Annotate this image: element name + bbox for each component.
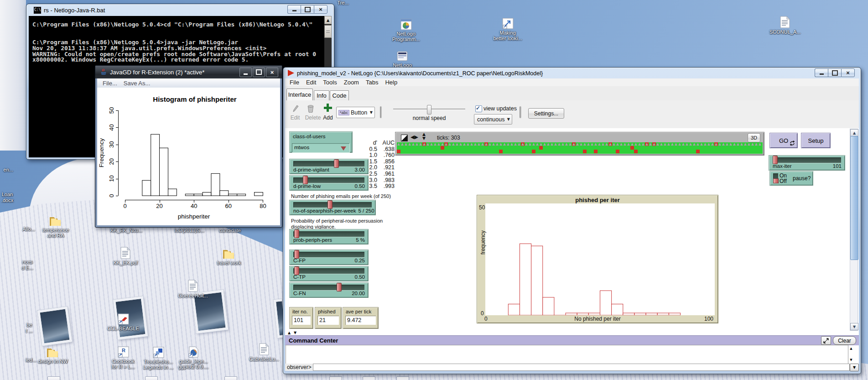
desktop-icon-sconul-a-[interactable]: SCONUL_A... (768, 15, 802, 35)
console-scrollbar-up-icon[interactable]: ▲ (324, 16, 332, 24)
slider-handle[interactable] (334, 160, 338, 167)
menu-zoom[interactable]: Zoom (342, 78, 361, 86)
slider-handle[interactable] (773, 156, 777, 164)
edit-pencil-icon[interactable] (291, 104, 299, 113)
slider-handle[interactable] (295, 250, 299, 258)
javagd-menu-file[interactable]: File... (103, 80, 117, 87)
menu-edit[interactable]: Edit (304, 78, 318, 86)
menu-help[interactable]: Help (383, 78, 399, 86)
view-3d-button[interactable]: 3D (748, 133, 760, 142)
slider-handle[interactable] (295, 230, 299, 238)
netlogo-window[interactable]: phishing_model_v2 - NetLogo {C:\Users\ka… (283, 67, 861, 374)
command-output-scrollbar[interactable]: ▲ ▼ (848, 345, 855, 363)
slider-handle[interactable] (337, 283, 341, 291)
console-close-button[interactable]: × (314, 5, 327, 14)
slider-c-fp[interactable]: C-FP0.25 (290, 250, 368, 265)
slider-track[interactable] (293, 202, 372, 208)
desktop-icon-netlogo[interactable]: NetLogoProgramm... (389, 16, 423, 42)
slider-c-tp[interactable]: C-TP0.50 (290, 266, 368, 281)
desktop-icon-cabraleslu-[interactable]: CabralesLu... (247, 342, 281, 362)
interface-vscrollbar[interactable]: ▲ ▼ (850, 129, 858, 331)
slider-prob-periph-pers[interactable]: prob-periph-pers5 % (290, 229, 368, 244)
world-canvas[interactable] (397, 142, 763, 154)
chooser-value-box[interactable]: mtwos (292, 143, 350, 153)
javagd-minimize-button[interactable] (239, 68, 252, 77)
command-center-header[interactable]: Command Center Clear (285, 335, 859, 345)
slider-handle[interactable] (303, 176, 307, 184)
desktop-partial-label[interactable]: IoD(2013)S... (171, 228, 208, 234)
desktop-icon-kk-ek-pdf[interactable]: KK_EK.pdf (108, 245, 143, 265)
view-interaction-icon[interactable] (401, 135, 408, 141)
desktop-icon-goereeholt-[interactable]: GoereeHolt... (176, 278, 210, 298)
slider-track[interactable] (293, 161, 364, 167)
tab-info[interactable]: Info (314, 90, 329, 101)
console-minimize-button[interactable] (287, 5, 301, 14)
desktop-icon-netlogo[interactable]: NetLogo (385, 48, 420, 68)
slider-track[interactable] (773, 157, 841, 163)
setup-button[interactable]: Setup (801, 133, 830, 148)
javagd-close-button[interactable]: × (266, 68, 278, 77)
view-vertical-icon[interactable]: ▲▼ (422, 132, 426, 141)
view-horizontal-icon[interactable]: ◀▶ (411, 134, 418, 140)
menu-file[interactable]: File (288, 78, 301, 86)
observer-input[interactable] (313, 364, 850, 371)
tab-code[interactable]: Code (330, 90, 349, 101)
console-scrollbar-thumb[interactable] (324, 25, 332, 38)
desktop-icon-cookbook[interactable]: RCookbookfor R » L... (106, 344, 140, 370)
slider-track[interactable] (293, 177, 364, 183)
interface-vscrollbar-thumb[interactable] (850, 136, 858, 260)
javagd-titlebar[interactable]: JavaGD for R-Extension (2) *active* × (95, 66, 282, 78)
desktop-icon-travel-work[interactable]: travel work (212, 245, 246, 265)
scroll-down-icon[interactable]: ▼ (848, 357, 854, 363)
desktop-partial-label[interactable]: Allo... (10, 226, 47, 232)
desktop-partial-label[interactable]: ied... (13, 357, 49, 363)
desktop-partial-label[interactable]: KK_EK_Ncu... (108, 228, 145, 234)
slider-no-of-spearphish-per-week[interactable]: no-of-spearphish-per-week5 / 250 (290, 200, 375, 215)
splitter-down-icon[interactable]: ▼ (294, 331, 296, 335)
command-center-output[interactable] (286, 345, 848, 364)
go-button[interactable]: GO (770, 133, 797, 148)
scroll-up-icon[interactable]: ▲ (850, 129, 858, 136)
javagd-window[interactable]: JavaGD for R-Extension (2) *active* × Fi… (95, 65, 282, 228)
desktop-icon-ccl-beagle[interactable]: CCL-BEAGLE (106, 311, 140, 331)
speed-slider-thumb[interactable] (427, 105, 431, 115)
switch-slot[interactable] (773, 173, 778, 183)
slider-track[interactable] (293, 231, 364, 237)
slider-max-iter[interactable]: max-iter101 (769, 156, 845, 170)
menu-tabs[interactable]: Tabs (364, 78, 380, 86)
view-updates-checkbox[interactable]: ✓ (475, 105, 482, 112)
javagd-menu-saveas[interactable]: Save As... (124, 80, 151, 87)
toolbar-edit-label[interactable]: Edit (287, 115, 303, 121)
chooser-class-of-users[interactable]: class-of-users mtwos (290, 132, 352, 152)
toolbar-add-label[interactable]: Add (322, 115, 334, 121)
update-mode-combobox[interactable]: continuous ▼ (474, 114, 512, 125)
desktop-icon-guide-lege-[interactable]: guide_lege...ggplot2 0.9.... (176, 344, 211, 370)
view-updates-label[interactable]: view updates (483, 105, 517, 112)
desktop-partial-label[interactable]: Loan.docx (0, 192, 26, 203)
desktop-icon-temperance[interactable]: temperanceand RA (38, 213, 73, 238)
settings-button[interactable]: Settings... (528, 108, 564, 119)
widget-kind-combobox[interactable]: *abc Button ▼ (336, 107, 375, 118)
slider-track[interactable] (293, 268, 364, 274)
desktop-partial-label[interactable]: candidate (212, 228, 248, 234)
slider-handle[interactable] (295, 267, 299, 275)
scroll-down-icon[interactable]: ▼ (850, 323, 858, 330)
observer-dropdown-button[interactable]: ▼ (850, 364, 859, 371)
slider-track[interactable] (293, 285, 364, 290)
command-center-popout-button[interactable] (821, 336, 831, 345)
switch-pause[interactable]: On Off pause? (770, 172, 813, 185)
desktop-partial-label[interactable]: en... (0, 167, 26, 173)
delete-trash-icon[interactable] (307, 104, 314, 113)
netlogo-maximize-button[interactable] (828, 68, 841, 77)
menu-tools[interactable]: Tools (321, 78, 338, 86)
javagd-maximize-button[interactable] (253, 68, 265, 77)
slider-track[interactable] (293, 252, 364, 257)
slider-handle[interactable] (328, 201, 332, 208)
slider-d-prime-vigilant[interactable]: d-prime-vigilant3.00 (290, 159, 368, 174)
scroll-up-icon[interactable]: ▲ (848, 345, 854, 351)
slider-c-fn[interactable]: C-FN20.00 (290, 283, 368, 297)
console-maximize-button[interactable] (301, 5, 314, 14)
add-plus-icon[interactable] (323, 103, 333, 113)
netlogo-minimize-button[interactable] (815, 68, 828, 77)
desktop-icon-making[interactable]: Makingbetter looki... (490, 16, 525, 41)
